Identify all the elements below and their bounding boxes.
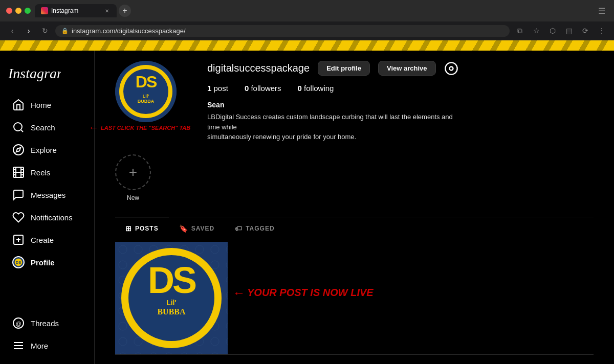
address-bar[interactable]: 🔒 instagram.com/digitalsuccesspackage/ — [55, 25, 510, 37]
following-label: following — [304, 84, 334, 93]
profile-bio: LBDigital Success creates custom landsca… — [207, 112, 453, 142]
post-thumbnail[interactable]: DS Lil' BUBBA — [115, 242, 228, 354]
svg-text:DS: DS — [16, 260, 21, 265]
extensions-icon[interactable]: ⧉ — [514, 25, 526, 37]
sidebar: Instagram Home — [0, 51, 95, 364]
post-annotation-arrow: ← — [233, 286, 245, 300]
reload-icon[interactable]: ⟳ — [579, 25, 591, 37]
tab-posts-label: POSTS — [135, 225, 159, 232]
minimize-button[interactable] — [15, 8, 21, 14]
svg-text:@: @ — [16, 321, 21, 327]
sidebar-spacer — [0, 274, 94, 312]
profile-top-row: digitalsuccesspackage Edit profile View … — [207, 61, 594, 76]
svg-text:BUBBA: BUBBA — [138, 99, 155, 104]
followers-count: 0 — [245, 84, 249, 93]
close-button[interactable] — [6, 8, 12, 14]
new-post-circle-icon[interactable]: + — [115, 154, 151, 190]
sidebar-item-messages[interactable]: Messages — [4, 184, 90, 206]
create-icon — [12, 234, 25, 246]
refresh-button[interactable]: ↻ — [39, 25, 51, 37]
notifications-label: Notifications — [31, 213, 73, 222]
posts-label: post — [214, 84, 228, 93]
reels-icon — [12, 166, 25, 178]
bookmark-icon: 🔖 — [179, 224, 188, 233]
sidebar-toggle-icon[interactable]: ▤ — [563, 25, 575, 37]
browser-chrome: Instagram ✕ + ☰ ‹ › ↻ 🔒 instagram.com/di… — [0, 0, 614, 40]
posts-count: 1 — [207, 84, 211, 93]
threads-label: Threads — [31, 319, 59, 328]
forward-button[interactable]: › — [23, 25, 35, 37]
sidebar-item-create[interactable]: Create — [4, 229, 90, 251]
new-post-label: New — [127, 194, 139, 201]
footer: Meta About Blog Jobs Help API Privacy Te… — [115, 354, 594, 365]
search-icon — [12, 121, 25, 133]
bookmark-star-icon[interactable]: ☆ — [530, 25, 542, 37]
tab-tagged-label: TAGGED — [246, 225, 274, 232]
explore-label: Explore — [31, 146, 57, 154]
sidebar-item-profile[interactable]: DS Profile — [4, 251, 90, 274]
svg-text:Lil': Lil' — [166, 299, 177, 307]
post-annotation-text: YOUR POST IS NOW LIVE — [247, 287, 374, 299]
view-archive-button[interactable]: View archive — [378, 61, 436, 76]
home-label: Home — [31, 101, 51, 109]
create-label: Create — [31, 236, 54, 244]
tab-tagged[interactable]: 🏷 TAGGED — [225, 217, 284, 240]
sidebar-item-more[interactable]: More — [4, 334, 90, 357]
posts-stat: 1 post — [207, 84, 228, 93]
traffic-lights — [6, 8, 31, 14]
extensions-btn[interactable]: ⬡ — [546, 25, 559, 37]
explore-icon — [12, 144, 25, 156]
back-button[interactable]: ‹ — [6, 25, 18, 37]
profile-tabs: ⊞ POSTS 🔖 SAVED 🏷 TAGGED — [115, 217, 594, 240]
search-arrow: ← — [89, 122, 99, 133]
browser-actions: ⧉ ☆ ⬡ ▤ ⟳ ⋮ — [514, 25, 608, 37]
threads-icon: @ — [12, 317, 25, 329]
sidebar-nav: Home Search ← LAST CLICK THE "SEARCH" TA… — [0, 94, 94, 357]
sidebar-item-explore[interactable]: Explore — [4, 139, 90, 161]
new-tab-button[interactable]: + — [119, 5, 131, 17]
edit-profile-button[interactable]: Edit profile — [318, 61, 370, 76]
yellow-stripe — [0, 40, 614, 51]
active-tab[interactable]: Instagram ✕ — [35, 4, 117, 17]
browser-menu-icon[interactable]: ☰ — [596, 5, 608, 17]
svg-text:DS: DS — [136, 73, 157, 91]
lock-icon: 🔒 — [61, 28, 69, 34]
svg-point-3 — [13, 145, 24, 155]
more-options-icon[interactable]: ⋮ — [596, 25, 608, 37]
post-live-annotation: ← YOUR POST IS NOW LIVE — [233, 286, 374, 300]
profile-avatar: DS Lil' BUBBA — [115, 61, 177, 122]
grid-icon: ⊞ — [125, 224, 132, 233]
profile-info: digitalsuccesspackage Edit profile View … — [207, 61, 594, 142]
app-layout: Instagram Home — [0, 51, 614, 364]
tab-close-icon[interactable]: ✕ — [103, 7, 111, 14]
sidebar-item-search[interactable]: Search ← LAST CLICK THE "SEARCH" TAB — [4, 116, 90, 139]
svg-point-30 — [445, 62, 457, 74]
tab-saved[interactable]: 🔖 SAVED — [169, 217, 225, 240]
sidebar-item-home[interactable]: Home — [4, 94, 90, 116]
profile-username: digitalsuccesspackage — [207, 62, 310, 74]
profile-name: Sean — [207, 101, 594, 109]
svg-marker-4 — [16, 148, 20, 152]
profile-label: Profile — [31, 258, 55, 267]
new-post-area: + New — [115, 154, 594, 201]
sidebar-item-threads[interactable]: @ Threads — [4, 312, 90, 334]
more-icon — [12, 339, 25, 352]
tab-saved-label: SAVED — [191, 225, 214, 232]
following-count: 0 — [298, 84, 302, 93]
svg-line-2 — [21, 130, 23, 132]
svg-text:BUBBA: BUBBA — [157, 307, 186, 316]
maximize-button[interactable] — [25, 8, 31, 14]
instagram-wordmark: Instagram — [8, 65, 61, 81]
sidebar-item-notifications[interactable]: Notifications — [4, 206, 90, 229]
messages-label: Messages — [31, 191, 65, 199]
bio-line2: simultaneously renewing your pride for y… — [207, 133, 356, 141]
tag-icon: 🏷 — [235, 224, 243, 233]
settings-icon[interactable] — [444, 61, 458, 76]
browser-titlebar: Instagram ✕ + ☰ — [0, 0, 614, 21]
tab-posts[interactable]: ⊞ POSTS — [115, 217, 169, 240]
new-post-button[interactable]: + New — [115, 154, 151, 201]
instagram-logo: Instagram — [0, 59, 94, 94]
svg-point-1 — [14, 123, 22, 131]
sidebar-item-reels[interactable]: Reels — [4, 161, 90, 184]
heart-icon — [12, 211, 25, 223]
